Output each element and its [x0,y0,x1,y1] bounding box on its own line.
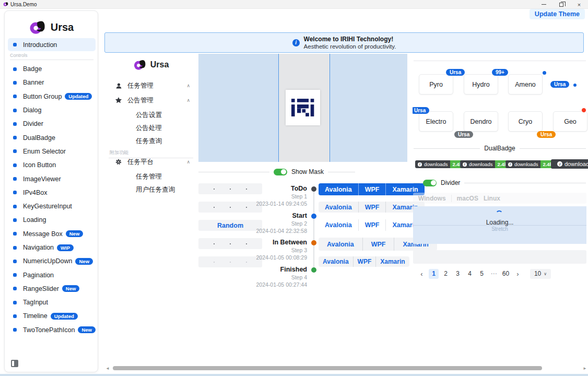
sidebar-item-keygestureinput[interactable]: KeyGestureInput [8,199,96,213]
dual-badge: idownloads 2.4k [460,160,509,168]
close-button[interactable]: × [570,0,588,9]
wpf-button[interactable]: WPF [358,183,386,195]
irihi-logo-image [286,90,320,125]
platform-button-group-disabled: Windows macOS Linux [413,193,586,204]
menu-item-task-platform[interactable]: 任务平台 ∧ [109,156,193,168]
person-icon [115,82,122,89]
bullet-icon [13,122,17,126]
sidebar-item-numericupdown[interactable]: NumericUpDownNew [8,254,96,268]
prev-page-icon[interactable]: ‹ [417,269,427,279]
sidebar-item-divider[interactable]: Divider [8,117,96,131]
chevron-up-icon[interactable]: ∧ [186,159,190,164]
sidebar-logo-text: Ursa [51,21,74,33]
scroll-left-icon[interactable]: ◄ [104,366,111,371]
gear-icon [115,158,122,166]
avalonia-button[interactable]: Avalonia [319,219,358,231]
scroll-right-icon[interactable]: ► [582,366,588,371]
sidebar-collapse-icon[interactable] [11,360,18,367]
badge-card-electro: Electro [419,111,453,132]
wip-badge: WIP [57,244,74,251]
update-theme-button[interactable]: Update Theme [530,9,585,19]
menu-item-task-management-sub[interactable]: 任务管理 [109,171,193,182]
divider-toggle[interactable] [423,180,437,186]
new-badge: New [78,326,96,333]
page-60[interactable]: 60 [501,269,511,279]
pagination: ‹ 1 2 3 4 5 ⋯ 60 › 10 ∨ [417,268,551,279]
image-viewer[interactable] [198,54,407,162]
menu-item-announcement-settings[interactable]: 公告设置 [109,109,193,121]
bullet-icon [13,67,17,71]
sidebar-item-dialog[interactable]: Dialog [8,103,96,117]
sidebar-item-taginput[interactable]: TagInput [8,296,96,309]
menu-item-user-task-query[interactable]: 用户任务查询 [109,184,193,195]
divider-demo-label: Divider [441,179,460,186]
star-icon [115,97,122,104]
scrollbar-track[interactable] [111,366,582,370]
sidebar-item-navigation[interactable]: NavigationWIP [8,241,96,254]
sidebar-item-icon-button[interactable]: Icon Button [8,158,96,172]
bullet-icon [13,273,17,277]
menu-item-task-query[interactable]: 任务查询 [109,135,193,147]
avalonia-button[interactable]: Avalonia [319,202,358,213]
show-mask-toggle[interactable] [274,169,287,175]
sidebar-item-pagination[interactable]: Pagination [8,268,96,281]
avalonia-button[interactable]: Avalonia [319,256,353,267]
welcome-banner: i Welcome to IRIHI Technology! Aesthetic… [104,32,584,53]
menu-logo-text: Ursa [150,60,169,69]
sidebar-item-dualbadge[interactable]: DualBadge [8,131,96,144]
count-badge: 99+ [492,69,508,76]
avalonia-button[interactable]: Avalonia [319,183,358,195]
sidebar-item-twotonepathicon[interactable]: TwoTonePathIconNew [8,323,96,337]
ellipsis-icon: ⋯ [489,269,499,279]
scrollbar-thumb[interactable] [113,366,542,370]
menu-item-announcement-processing[interactable]: 公告处理 [109,122,193,134]
xamarin-button[interactable]: Xamarin [375,256,409,267]
page-size-select[interactable]: 10 ∨ [530,269,551,279]
ursa-logo-icon [133,58,147,72]
bullet-icon [13,191,17,194]
divider-line [520,148,586,149]
page-4[interactable]: 4 [465,269,475,279]
avalonia-button[interactable]: Avalonia [319,238,362,251]
menu-item-task-management[interactable]: 任务管理 ∧ [109,80,193,91]
sidebar-item-enum-selector[interactable]: Enum Selector [8,145,96,158]
dot-badge [543,71,546,75]
next-page-icon[interactable]: › [513,269,523,279]
info-icon: i [508,162,512,167]
sidebar-item-ipv4box[interactable]: IPv4Box [8,186,96,199]
sidebar-item-introduction[interactable]: Introduction [8,38,96,51]
sidebar-nav-list: Badge Banner Button GroupUpdated Dialog … [8,62,96,337]
dualbadge-divider-label: DualBadge [484,145,515,152]
badge-card-geo: Geo [553,111,587,132]
sidebar-item-banner[interactable]: Banner [8,76,96,89]
sidebar-item-timeline[interactable]: TimelineUpdated [8,309,96,323]
timeline-dot-finished [311,267,316,273]
sidebar-item-message-box[interactable]: Message BoxNew [8,227,96,241]
wpf-button[interactable]: WPF [358,202,386,213]
window-bottom-edge [0,374,588,376]
chevron-up-icon[interactable]: ∧ [186,83,190,88]
sidebar-item-loading[interactable]: Loading [8,213,96,227]
minimize-button[interactable] [535,0,552,9]
sidebar-item-rangeslider[interactable]: RangeSliderNew [8,282,96,296]
show-mask-label: Show Mask [291,168,324,175]
timeline-dot-todo [311,186,316,192]
ursa-badge-grey: Ursa [454,131,473,138]
menu-item-announcement-management[interactable]: 公告管理 ∧ [109,95,193,106]
badge-demo-panel: Pyro Ursa Hydro 99+ Ameno Ursa Ursa Elec… [413,54,588,294]
sidebar-item-button-group[interactable]: Button GroupUpdated [8,90,96,103]
bullet-icon [13,43,17,46]
sidebar-item-badge[interactable]: Badge [8,62,96,76]
sidebar: Ursa Introduction Controls Badge Banner … [4,10,98,372]
wpf-button[interactable]: WPF [358,219,386,231]
page-5[interactable]: 5 [477,269,487,279]
page-3[interactable]: 3 [453,269,463,279]
chevron-up-icon[interactable]: ∧ [186,98,190,103]
wpf-button[interactable]: WPF [353,256,376,267]
divider-line [328,172,355,172]
page-1[interactable]: 1 [429,269,439,279]
page-2[interactable]: 2 [441,269,451,279]
sidebar-item-imageviewer[interactable]: ImageViewer [8,172,96,185]
wpf-button[interactable]: WPF [362,238,394,251]
maximize-button[interactable] [552,0,570,9]
